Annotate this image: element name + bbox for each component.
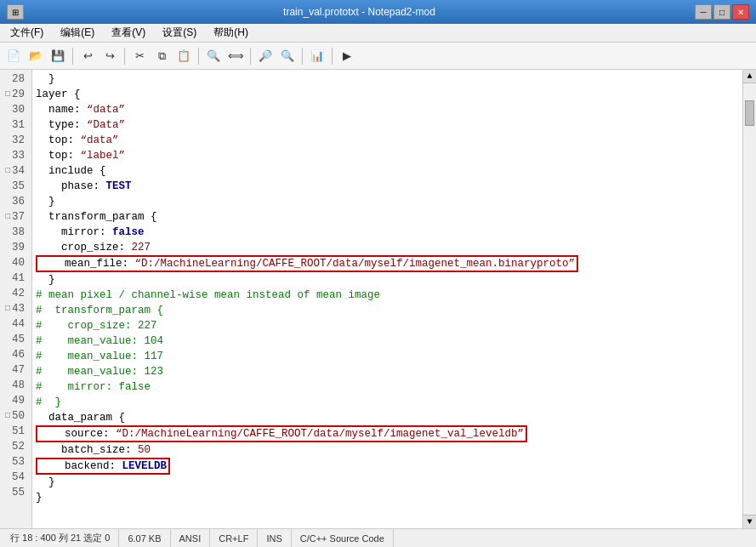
menu-edit[interactable]: 编辑(E) xyxy=(54,24,101,42)
code-line: } xyxy=(36,71,739,87)
scroll-up-btn[interactable]: ▲ xyxy=(743,70,756,83)
line-number: □37 xyxy=(3,209,28,225)
code-line: transform_param { xyxy=(36,209,739,225)
status-bar: 行 18 : 400 列 21 选定 0 6.07 KB ANSI CR+LF … xyxy=(0,528,756,547)
paste-btn[interactable]: 📋 xyxy=(173,46,194,66)
code-area[interactable]: }layer { name: “data” type: “Data” top: … xyxy=(32,70,742,528)
line-number: 33 xyxy=(3,148,28,163)
code-line: # mean_value: 123 xyxy=(36,364,739,379)
code-line: } xyxy=(36,272,739,288)
fold-icon[interactable]: □ xyxy=(5,209,10,225)
line-number: 39 xyxy=(3,240,28,255)
menu-settings[interactable]: 设置(S) xyxy=(156,24,203,42)
code-line: batch_size: 50 xyxy=(36,442,739,458)
line-number: 40 xyxy=(3,255,28,271)
code-line: # crop_size: 227 xyxy=(36,318,739,333)
code-line: phase: TEST xyxy=(36,179,739,194)
minimize-btn[interactable]: ─ xyxy=(695,4,712,20)
app-icon-btn[interactable]: ⊞ xyxy=(7,4,24,20)
line-number: 32 xyxy=(3,133,28,148)
code-line: name: “data” xyxy=(36,102,739,117)
status-position: 行 18 : 400 列 21 选定 0 xyxy=(7,529,119,547)
line-number: 52 xyxy=(3,439,28,454)
menu-help[interactable]: 帮助(H) xyxy=(207,24,255,42)
fold-icon[interactable]: □ xyxy=(5,163,10,179)
toolbar: 📄 📂 💾 ↩ ↪ ✂ ⧉ 📋 🔍 ⟺ 🔎 🔍 📊 ▶ xyxy=(0,43,756,70)
code-line: crop_size: 227 xyxy=(36,240,739,255)
code-line: data_param { xyxy=(36,410,739,425)
menu-bar: 文件(F) 编辑(E) 查看(V) 设置(S) 帮助(H) xyxy=(0,24,756,43)
sep3 xyxy=(198,48,199,65)
close-btn[interactable]: ✕ xyxy=(732,4,749,20)
code-line: # mean pixel / channel-wise mean instead… xyxy=(36,288,739,303)
sep6 xyxy=(332,48,333,65)
code-line: # mean_value: 117 xyxy=(36,349,739,364)
scroll-down-btn[interactable]: ▼ xyxy=(743,515,756,528)
code-line: backend: LEVELDB xyxy=(36,458,739,475)
code-line: include { xyxy=(36,163,739,179)
code-line: mirror: false xyxy=(36,225,739,240)
code-line: top: “data” xyxy=(36,133,739,148)
line-number: □29 xyxy=(3,87,28,102)
line-number: □34 xyxy=(3,163,28,179)
code-line: source: “D:/MachineLearning/CAFFE_ROOT/d… xyxy=(36,425,739,442)
scroll-track xyxy=(743,128,756,515)
fold-icon[interactable]: □ xyxy=(5,301,10,316)
status-lineending: CR+LF xyxy=(210,529,258,547)
maximize-btn[interactable]: □ xyxy=(713,4,730,20)
save-btn[interactable]: 💾 xyxy=(48,46,68,66)
scroll-thumb[interactable] xyxy=(745,100,754,126)
open-btn[interactable]: 📂 xyxy=(26,46,46,66)
line-number: 42 xyxy=(3,286,28,301)
copy-btn[interactable]: ⧉ xyxy=(151,46,172,66)
line-number: 53 xyxy=(3,454,28,470)
menu-view[interactable]: 查看(V) xyxy=(105,24,152,42)
code-line: layer { xyxy=(36,87,739,102)
status-encoding: ANSI xyxy=(171,529,211,547)
new-btn[interactable]: 📄 xyxy=(3,46,24,66)
fold-icon[interactable]: □ xyxy=(5,87,10,102)
line-number: 41 xyxy=(3,271,28,286)
code-line: } xyxy=(36,490,739,505)
code-line: } xyxy=(36,194,739,209)
sep5 xyxy=(302,48,303,65)
code-line: top: “label” xyxy=(36,148,739,163)
replace-btn[interactable]: ⟺ xyxy=(225,46,246,66)
line-number: 51 xyxy=(3,424,28,439)
fold-icon[interactable]: □ xyxy=(5,408,10,424)
code-line: # mean_value: 104 xyxy=(36,333,739,349)
run-btn[interactable]: ▶ xyxy=(337,46,357,66)
line-number: 31 xyxy=(3,117,28,133)
status-filesize: 6.07 KB xyxy=(119,529,170,547)
menu-file[interactable]: 文件(F) xyxy=(3,24,50,42)
line-number: □43 xyxy=(3,301,28,316)
line-number: 28 xyxy=(3,71,28,87)
line-number: 30 xyxy=(3,102,28,117)
line-number: 36 xyxy=(3,194,28,209)
line-number: 55 xyxy=(3,485,28,500)
line-number: 49 xyxy=(3,393,28,408)
status-insertmode: INS xyxy=(258,529,291,547)
redo-btn[interactable]: ↪ xyxy=(99,46,120,66)
line-number: 48 xyxy=(3,378,28,393)
line-number: 35 xyxy=(3,179,28,194)
line-number: 38 xyxy=(3,225,28,240)
status-filetype: C/C++ Source Code xyxy=(292,529,394,547)
line-numbers: 28□2930313233□343536□373839404142□434445… xyxy=(0,70,32,528)
cut-btn[interactable]: ✂ xyxy=(129,46,150,66)
find-btn[interactable]: 🔍 xyxy=(203,46,224,66)
line-number: 44 xyxy=(3,316,28,332)
zoom-in-btn[interactable]: 🔎 xyxy=(255,46,276,66)
chart-btn[interactable]: 📊 xyxy=(307,46,327,66)
window-controls: ─ □ ✕ xyxy=(695,4,749,20)
sep4 xyxy=(250,48,251,65)
undo-btn[interactable]: ↩ xyxy=(77,46,98,66)
line-number: □50 xyxy=(3,408,28,424)
window-title: train_val.prototxt - Notepad2-mod xyxy=(24,6,695,18)
code-line: # } xyxy=(36,395,739,410)
scrollbar[interactable]: ▲ ▼ xyxy=(742,70,756,528)
zoom-out-btn[interactable]: 🔍 xyxy=(277,46,298,66)
code-line: # mirror: false xyxy=(36,379,739,395)
sep2 xyxy=(124,48,125,65)
line-number: 46 xyxy=(3,347,28,362)
